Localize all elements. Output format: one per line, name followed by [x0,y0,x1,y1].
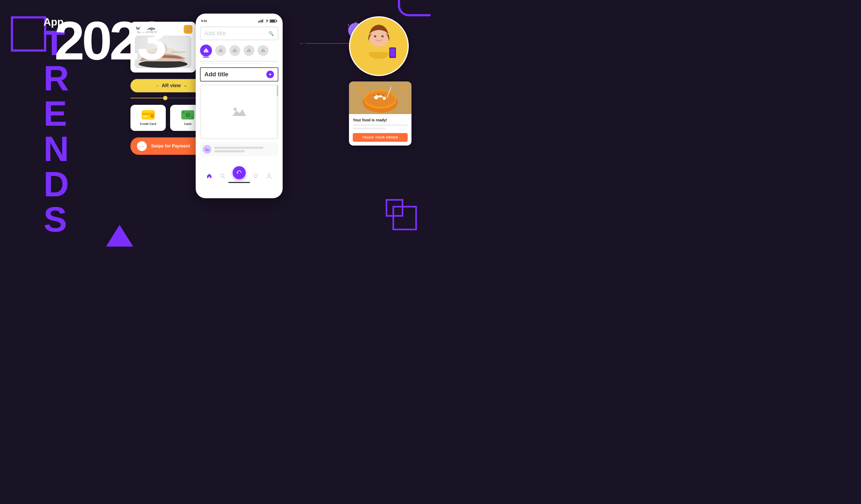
food-line-2 [353,128,386,129]
phone-container: 9:41 Add title 🔍 [196,14,283,198]
swipe-payment-button[interactable]: → Swipe for Payment [131,137,207,155]
svg-point-39 [268,174,270,176]
svg-rect-13 [142,113,154,115]
status-icons [258,19,277,23]
nav-home[interactable] [206,173,212,179]
content-line-1 [214,146,263,149]
year-text: 2023 [54,14,164,68]
svg-rect-28 [270,20,275,22]
svg-rect-23 [260,20,260,23]
track-order-button[interactable]: TRACK YOUR ORDER [353,133,408,142]
avatar-inactive-3[interactable] [244,45,255,56]
svg-point-53 [383,97,386,100]
avatar-active[interactable] [200,44,212,56]
swipe-label: Swipe for Payment [151,144,190,149]
search-bar[interactable]: Add title 🔍 [200,27,278,40]
svg-point-44 [375,36,376,37]
svg-rect-14 [143,116,148,117]
scroll-indicator [277,85,278,139]
svg-point-60 [399,85,407,92]
divider-line-2 [200,63,262,64]
letter-n: N [43,131,139,166]
svg-rect-47 [390,48,395,57]
svg-rect-24 [261,20,262,23]
svg-point-34 [262,48,264,50]
bg-square-top-left [11,16,46,52]
search-placeholder: Add title [204,30,226,37]
food-image [349,82,411,114]
deco-rect-2 [386,199,403,217]
product-icon-button[interactable]: 🛒 [184,25,192,34]
credit-card-icon [141,110,155,120]
bg-corner-top-right [398,0,430,16]
content-row [200,142,278,156]
content-thumbnail [203,145,211,154]
svg-text:$: $ [187,113,189,117]
home-indicator [228,182,250,183]
svg-rect-25 [262,19,263,23]
svg-point-20 [182,111,184,113]
svg-point-26 [266,22,267,23]
letter-s: S [43,202,139,237]
avatar-row [200,44,278,56]
nav-profile[interactable] [266,173,272,179]
svg-point-35 [233,108,237,111]
svg-point-36 [205,148,207,149]
credit-card-option[interactable]: Credit Card [131,105,166,131]
heart-icon[interactable]: ♥ [266,71,274,78]
svg-point-51 [365,92,395,107]
letter-e: E [43,96,139,131]
title-placeholder-text: Add title [204,71,228,78]
slider-track[interactable] [131,98,207,98]
svg-text:BALENCIAGA: BALENCIAGA [171,51,185,53]
svg-line-38 [223,177,225,178]
letter-d: D [43,166,139,202]
svg-point-59 [355,85,365,94]
fab-button[interactable] [233,166,246,179]
ar-btn-label: AR view [162,83,181,88]
divider-line-1 [200,61,278,62]
bottom-nav [200,173,278,179]
right-section: Your food is ready! TRACK YOUR ORDER [349,16,414,145]
svg-rect-29 [276,20,277,22]
wireframe-image-box [200,85,278,139]
svg-point-33 [248,48,250,50]
slider-container: → [131,98,207,98]
food-content: Your food is ready! TRACK YOUR ORDER [349,114,411,145]
svg-point-32 [234,48,236,50]
avatar-inactive-4[interactable] [258,45,269,56]
status-bar: 9:41 [200,19,278,23]
food-line-1 [353,124,408,126]
content-lines [214,146,276,152]
food-card: Your food is ready! TRACK YOUR ORDER [349,82,411,145]
nav-favorites[interactable] [253,173,259,179]
svg-point-21 [191,116,193,118]
credit-card-label: Credit Card [140,122,156,125]
svg-point-30 [205,48,207,50]
content-line-2 [214,150,245,152]
status-time: 9:41 [201,19,207,23]
slider-fill [131,98,165,98]
arrow-line-decoration: ← [299,40,354,46]
food-title: Your food is ready! [353,118,408,122]
svg-point-54 [378,95,383,97]
cash-label: Cash [184,122,192,125]
slider-thumb[interactable] [163,96,167,100]
search-icon[interactable]: 🔍 [269,31,274,36]
svg-point-45 [382,36,383,37]
avatar-inactive-2[interactable] [229,45,240,56]
swipe-arrow-icon: → [137,141,147,151]
svg-rect-22 [258,21,259,23]
avatar-inactive-1[interactable] [215,45,226,56]
nav-search[interactable] [220,173,226,179]
title-placeholder: Add title ♥ [200,67,278,82]
svg-point-31 [220,48,221,50]
person-card [349,16,409,76]
cash-icon: $ [181,110,194,120]
